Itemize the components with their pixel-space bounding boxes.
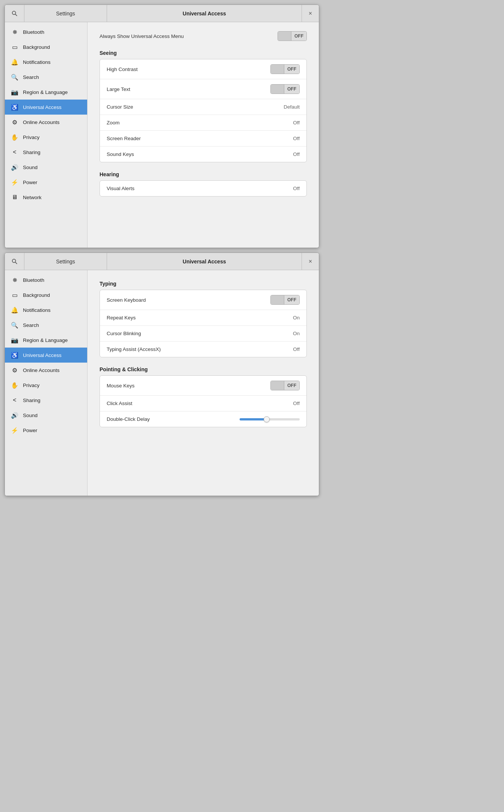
large-text-toggle[interactable]: OFF: [270, 84, 300, 94]
slider-fill: [240, 418, 267, 420]
toggle-track: [271, 65, 284, 74]
click-assist-row[interactable]: Click Assist Off: [100, 396, 306, 411]
slider-thumb[interactable]: [264, 416, 270, 422]
mouse-keys-row[interactable]: Mouse Keys OFF: [100, 376, 306, 396]
screen-reader-row[interactable]: Screen Reader Off: [100, 131, 306, 147]
sidebar-item-power-2[interactable]: ⚡ Power: [5, 423, 87, 438]
region-icon-2: 📷: [11, 336, 18, 344]
sidebar-item-label: Notifications: [23, 307, 51, 313]
sidebar-item-notifications[interactable]: 🔔 Notifications: [5, 54, 87, 70]
toggle-off-label: OFF: [284, 381, 299, 390]
repeat-keys-row[interactable]: Repeat Keys On: [100, 310, 306, 326]
sidebar-item-sharing-2[interactable]: < Sharing: [5, 393, 87, 408]
high-contrast-label: High Contrast: [107, 67, 270, 72]
settings-label-2: Settings: [24, 253, 107, 270]
close-button-2[interactable]: ×: [302, 253, 319, 270]
sidebar-item-sharing[interactable]: < Sharing: [5, 145, 87, 160]
main-content-1: Always Show Universal Access Menu OFF Se…: [88, 22, 319, 248]
search-sidebar-icon: 🔍: [11, 73, 18, 81]
sidebar-item-label: Privacy: [23, 383, 39, 388]
screen-keyboard-toggle[interactable]: OFF: [270, 295, 300, 305]
sharing-icon-2: <: [11, 396, 18, 404]
always-show-toggle[interactable]: OFF: [278, 31, 307, 41]
window-title-1: Universal Access: [107, 11, 302, 17]
sidebar-item-notifications-2[interactable]: 🔔 Notifications: [5, 302, 87, 318]
visual-alerts-value: Off: [293, 186, 300, 191]
toggle-track: [271, 381, 284, 390]
sidebar-item-network[interactable]: 🖥 Network: [5, 190, 87, 205]
typing-assist-row[interactable]: Typing Assist (AccessX) Off: [100, 342, 306, 357]
sidebar-item-bluetooth-2[interactable]: ✵ Bluetooth: [5, 272, 87, 287]
cursor-size-value: Default: [284, 104, 300, 110]
cursor-size-row[interactable]: Cursor Size Default: [100, 99, 306, 115]
cursor-size-label: Cursor Size: [107, 104, 284, 110]
search-button-2[interactable]: [5, 253, 24, 270]
click-assist-value: Off: [293, 401, 300, 406]
cursor-blinking-row[interactable]: Cursor Blinking On: [100, 326, 306, 342]
screen-reader-label: Screen Reader: [107, 136, 293, 141]
sidebar-item-online-accounts[interactable]: ⚙ Online Accounts: [5, 115, 87, 130]
main-content-2: Typing Screen Keyboard OFF Repeat Keys O…: [88, 270, 319, 496]
sidebar-item-search-2[interactable]: 🔍 Search: [5, 318, 87, 333]
sidebar-item-background-2[interactable]: ▭ Background: [5, 287, 87, 302]
sidebar-item-sound[interactable]: 🔊 Sound: [5, 160, 87, 175]
window-1: Settings Universal Access × ✵ Bluetooth …: [5, 5, 319, 248]
pointing-card: Mouse Keys OFF Click Assist Off Double-C…: [100, 375, 307, 427]
double-click-delay-row[interactable]: Double-Click Delay: [100, 411, 306, 427]
cursor-blinking-label: Cursor Blinking: [107, 331, 293, 336]
sidebar-item-universal-access[interactable]: ♿ Universal Access: [5, 100, 87, 115]
sidebar-item-universal-access-2[interactable]: ♿ Universal Access: [5, 348, 87, 363]
zoom-row[interactable]: Zoom Off: [100, 115, 306, 131]
sidebar-item-label: Sharing: [23, 398, 41, 403]
sound-keys-value: Off: [293, 151, 300, 157]
sidebar-item-region[interactable]: 📷 Region & Language: [5, 85, 87, 100]
sidebar-item-label: Power: [23, 428, 37, 433]
high-contrast-toggle[interactable]: OFF: [270, 64, 300, 74]
universal-access-icon: ♿: [11, 103, 18, 111]
toggle-off-label: OFF: [284, 65, 299, 74]
search-sidebar-icon-2: 🔍: [11, 321, 18, 329]
search-button-1[interactable]: [5, 5, 24, 22]
toggle-off-label: OFF: [284, 295, 299, 304]
typing-assist-label: Typing Assist (AccessX): [107, 346, 293, 352]
close-button-1[interactable]: ×: [302, 5, 319, 22]
always-show-row: Always Show Universal Access Menu OFF: [100, 31, 307, 41]
screen-keyboard-row[interactable]: Screen Keyboard OFF: [100, 290, 306, 310]
settings-label-1: Settings: [24, 5, 107, 22]
sound-icon: 🔊: [11, 163, 18, 171]
sidebar-item-online-accounts-2[interactable]: ⚙ Online Accounts: [5, 363, 87, 378]
visual-alerts-row[interactable]: Visual Alerts Off: [100, 181, 306, 196]
sharing-icon: <: [11, 148, 18, 156]
large-text-row[interactable]: Large Text OFF: [100, 79, 306, 99]
sidebar-item-privacy-2[interactable]: ✋ Privacy: [5, 378, 87, 393]
always-show-label: Always Show Universal Access Menu: [100, 33, 184, 39]
sidebar-item-privacy[interactable]: ✋ Privacy: [5, 130, 87, 145]
sidebar-item-label: Online Accounts: [23, 367, 60, 373]
notifications-icon-2: 🔔: [11, 306, 18, 314]
power-icon-2: ⚡: [11, 426, 18, 434]
sidebar-item-label: Universal Access: [23, 104, 62, 110]
sidebar-item-label: Privacy: [23, 135, 39, 140]
sound-keys-row[interactable]: Sound Keys Off: [100, 147, 306, 162]
sound-icon-2: 🔊: [11, 411, 18, 419]
sidebar-item-search[interactable]: 🔍 Search: [5, 70, 87, 85]
sidebar-item-sound-2[interactable]: 🔊 Sound: [5, 408, 87, 423]
window-body-1: ✵ Bluetooth ▭ Background 🔔 Notifications…: [5, 22, 319, 248]
sidebar-item-background[interactable]: ▭ Background: [5, 39, 87, 54]
typing-assist-value: Off: [293, 346, 300, 352]
toggle-off-label: OFF: [291, 32, 306, 41]
privacy-icon: ✋: [11, 133, 18, 141]
online-accounts-icon: ⚙: [11, 118, 18, 126]
sidebar-item-label: Sharing: [23, 150, 41, 155]
double-click-slider[interactable]: [203, 418, 300, 420]
zoom-label: Zoom: [107, 120, 293, 126]
sidebar-item-power[interactable]: ⚡ Power: [5, 175, 87, 190]
bluetooth-icon: ✵: [11, 28, 18, 36]
large-text-label: Large Text: [107, 86, 270, 92]
sidebar-item-region-2[interactable]: 📷 Region & Language: [5, 333, 87, 348]
sidebar-item-bluetooth[interactable]: ✵ Bluetooth: [5, 24, 87, 39]
cursor-blinking-value: On: [293, 331, 300, 336]
svg-point-2: [12, 259, 15, 262]
high-contrast-row[interactable]: High Contrast OFF: [100, 59, 306, 79]
mouse-keys-toggle[interactable]: OFF: [270, 381, 300, 390]
